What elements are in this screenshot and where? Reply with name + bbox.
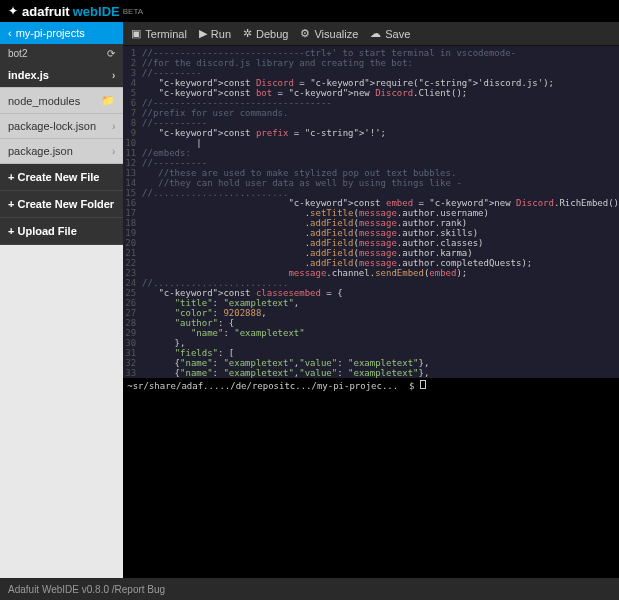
- file-name: package-lock.json: [8, 120, 96, 132]
- file-list: index.js›node_modules📁package-lock.json›…: [0, 63, 123, 164]
- sidebar: ‹ my-pi-projects bot2 ⟳ index.js›node_mo…: [0, 22, 123, 578]
- file-name: index.js: [8, 69, 49, 81]
- breadcrumb-label: my-pi-projects: [16, 27, 85, 39]
- play-icon: ▶: [199, 27, 207, 40]
- chevron-right-icon: ›: [112, 70, 115, 81]
- run-label: Run: [211, 28, 231, 40]
- status-bar: Adafuit WebIDE v0.8.0 /Report Bug: [0, 578, 619, 600]
- create-folder-button[interactable]: + Create New Folder: [0, 191, 123, 218]
- brand-name-2: webIDE: [73, 4, 120, 19]
- upload-file-button[interactable]: + Upload File: [0, 218, 123, 245]
- terminal-button[interactable]: ▣ Terminal: [131, 27, 187, 40]
- visualize-icon: ⚙: [300, 27, 310, 40]
- terminal-icon: ▣: [131, 27, 141, 40]
- file-name: node_modules: [8, 95, 80, 107]
- debug-icon: ✲: [243, 27, 252, 40]
- run-button[interactable]: ▶ Run: [199, 27, 231, 40]
- beta-badge: BETA: [123, 7, 143, 16]
- footer-text[interactable]: Adafuit WebIDE v0.8.0 /Report Bug: [8, 584, 165, 595]
- terminal-prompt: ~sr/share/adaf...../de/repositc.../my-pi…: [127, 381, 420, 391]
- brand-name-1: adafruit: [22, 4, 70, 19]
- chevron-right-icon: ›: [112, 121, 115, 132]
- file-item[interactable]: node_modules📁: [0, 88, 123, 114]
- file-item[interactable]: package-lock.json›: [0, 114, 123, 139]
- code-editor[interactable]: 1234567891011121314151617181920212223242…: [123, 46, 619, 378]
- cloud-icon: ☁: [370, 27, 381, 40]
- debug-label: Debug: [256, 28, 288, 40]
- line-gutter: 1234567891011121314151617181920212223242…: [123, 46, 142, 378]
- code-content[interactable]: //----------------------------ctrl+' to …: [142, 46, 619, 378]
- file-item[interactable]: index.js›: [0, 63, 123, 88]
- main-area: ‹ my-pi-projects bot2 ⟳ index.js›node_mo…: [0, 22, 619, 578]
- create-file-button[interactable]: + Create New File: [0, 164, 123, 191]
- editor-toolbar: ▣ Terminal ▶ Run ✲ Debug ⚙ Visualize ☁ S…: [123, 22, 619, 46]
- terminal-panel[interactable]: ~sr/share/adaf...../de/repositc.../my-pi…: [123, 378, 619, 578]
- folder-header: bot2 ⟳: [0, 44, 123, 63]
- sidebar-spacer: [0, 245, 123, 578]
- visualize-button[interactable]: ⚙ Visualize: [300, 27, 358, 40]
- chevron-right-icon: ›: [112, 146, 115, 157]
- back-icon: ‹: [8, 27, 12, 39]
- folder-name: bot2: [8, 48, 27, 59]
- editor-area: ▣ Terminal ▶ Run ✲ Debug ⚙ Visualize ☁ S…: [123, 22, 619, 578]
- debug-button[interactable]: ✲ Debug: [243, 27, 288, 40]
- folder-icon: 📁: [101, 94, 115, 107]
- app-header: ✦ adafruit webIDE BETA: [0, 0, 619, 22]
- breadcrumb[interactable]: ‹ my-pi-projects: [0, 22, 123, 44]
- visualize-label: Visualize: [314, 28, 358, 40]
- refresh-icon[interactable]: ⟳: [107, 48, 115, 59]
- file-name: package.json: [8, 145, 73, 157]
- save-button[interactable]: ☁ Save: [370, 27, 410, 40]
- terminal-label: Terminal: [145, 28, 187, 40]
- file-item[interactable]: package.json›: [0, 139, 123, 164]
- save-label: Save: [385, 28, 410, 40]
- terminal-cursor: [420, 380, 426, 389]
- logo-icon: ✦: [8, 4, 18, 18]
